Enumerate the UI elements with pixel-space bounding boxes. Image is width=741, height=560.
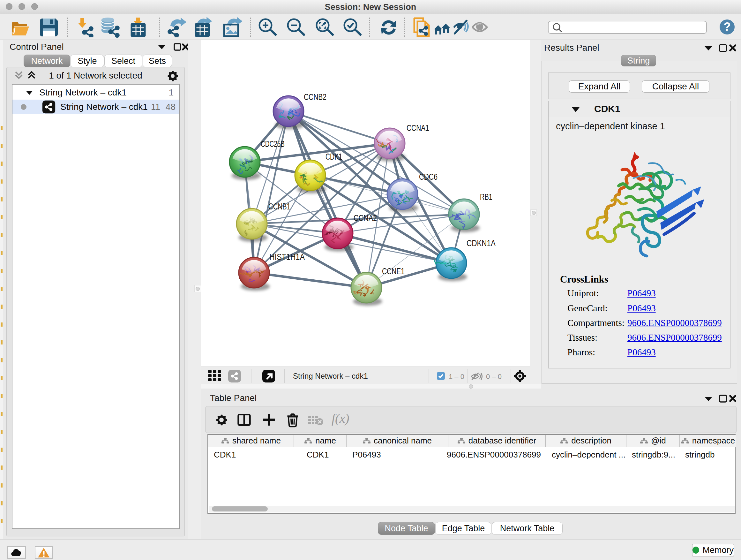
svg-text:CDC25B: CDC25B [261, 139, 285, 149]
svg-text:CCNE1: CCNE1 [382, 266, 405, 276]
svg-text:CCNA2: CCNA2 [354, 213, 377, 223]
svg-text:CCNB2: CCNB2 [304, 92, 327, 102]
svg-text:CCNB1: CCNB1 [268, 201, 290, 211]
svg-text:RB1: RB1 [480, 192, 492, 202]
svg-text:HIST1H1A: HIST1H1A [269, 252, 305, 262]
svg-text:CDK1: CDK1 [326, 152, 342, 162]
svg-text:CDC6: CDC6 [419, 172, 437, 182]
svg-text:CDKN1A: CDKN1A [467, 238, 495, 248]
svg-text:CCNA1: CCNA1 [407, 123, 429, 133]
